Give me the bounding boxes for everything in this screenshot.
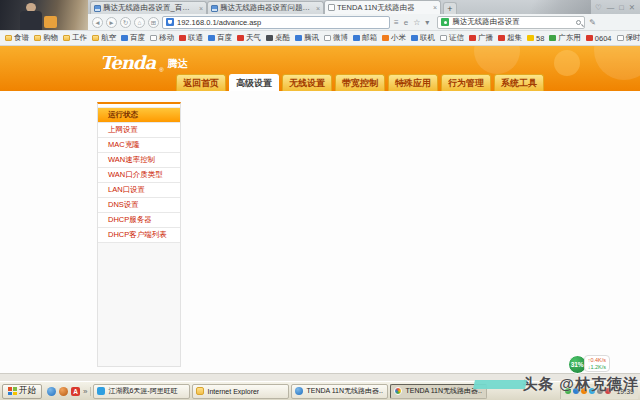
sidebar-item-wan-speed[interactable]: WAN速率控制 [98, 153, 180, 168]
bookmark-item[interactable]: 邮箱 [351, 33, 379, 43]
browser-tab-2[interactable]: 腾达无线路由器设置问题_百 × [207, 1, 324, 14]
letter-a-quicklaunch-icon[interactable]: A [71, 387, 80, 396]
bookmark-item[interactable]: 保时通 [615, 33, 640, 43]
favicon-icon [498, 35, 505, 41]
taskbar-window-title: Internet Explorer [207, 388, 259, 395]
tab-close-icon[interactable]: × [433, 4, 437, 11]
search-magnifier-icon[interactable] [576, 20, 581, 25]
refresh-icon[interactable]: ↻ [120, 17, 131, 28]
banner-bubble-decoration [594, 46, 640, 80]
bookmark-item[interactable]: 小米 [380, 33, 408, 43]
page-favicon-icon [211, 5, 218, 12]
tab-wireless-settings[interactable]: 无线设置 [282, 74, 332, 91]
taskbar-window-explorer[interactable]: Internet Explorer [192, 384, 289, 399]
bookmark-item[interactable]: 工作 [61, 33, 89, 43]
sidebar-item-dns-settings[interactable]: DNS设置 [98, 198, 180, 213]
screen: 腾达无线路由器设置_百度搜 × 腾达无线路由器设置问题_百 × TENDA 11… [0, 0, 640, 400]
bookmark-item[interactable]: 百度 [119, 33, 147, 43]
bookmark-item[interactable]: 百度 [206, 33, 234, 43]
bookmark-item[interactable]: 航空 [90, 33, 118, 43]
bookmark-item[interactable]: 食谱 [3, 33, 31, 43]
banner-bubble-decoration [474, 46, 520, 74]
tab-bandwidth-control[interactable]: 带宽控制 [335, 74, 385, 91]
edit-pen-icon[interactable]: ✎ [588, 18, 597, 27]
tab-close-icon[interactable]: × [199, 5, 203, 12]
net-speed-ball[interactable]: 31% ↑0.4K/s ↓1.2K/s [568, 355, 610, 374]
registered-mark: ® [159, 67, 163, 73]
search-query-text[interactable]: 腾达无线路由器设置 [452, 17, 573, 27]
minimize-icon[interactable]: — [607, 3, 615, 12]
sidebar-item-internet-settings[interactable]: 上网设置 [98, 123, 180, 138]
download-speed: ↓1.2K/s [588, 364, 606, 371]
bookmark-item[interactable]: 广东用 [547, 33, 583, 43]
net-speed-bubble: ↑0.4K/s ↓1.2K/s [584, 355, 610, 372]
folder-icon [5, 35, 12, 41]
tab-behavior-mgmt[interactable]: 行为管理 [441, 74, 491, 91]
ie-quicklaunch-icon[interactable] [47, 387, 56, 396]
sidebar-item-mac-clone[interactable]: MAC克隆 [98, 138, 180, 153]
bookmark-item[interactable]: 联机 [409, 33, 437, 43]
new-tab-button[interactable]: + [443, 2, 457, 14]
sidebar-item-wan-medium[interactable]: WAN口介质类型 [98, 168, 180, 183]
sidebar-item-running-status[interactable]: 运行状态 [98, 108, 180, 123]
forward-icon[interactable]: ► [106, 17, 117, 28]
bookmark-item[interactable]: 桌酷 [264, 33, 292, 43]
bookmark-item[interactable]: 广播 [467, 33, 495, 43]
tab-home[interactable]: 返回首页 [176, 74, 226, 91]
browser-quicklaunch-icon[interactable] [59, 387, 68, 396]
browser-tab-1[interactable]: 腾达无线路由器设置_百度搜 × [90, 1, 207, 14]
bookmark-item[interactable]: 0604 [584, 34, 614, 43]
bookmark-item[interactable]: 超集 [496, 33, 524, 43]
bookmark-item[interactable]: 58 [525, 34, 546, 43]
taskbar-window-wangwang[interactable]: 江湖戮6天涯-阿里旺旺 [93, 384, 190, 399]
favorite-star-icon[interactable]: ☆ [412, 18, 421, 27]
bookmark-item[interactable]: 微博 [322, 33, 350, 43]
start-label: 开始 [19, 385, 36, 397]
bookmark-item[interactable]: 天气 [235, 33, 263, 43]
skin-heart-icon[interactable]: ♡ [595, 3, 602, 12]
address-input[interactable]: 192.168.0.1/advance.asp [162, 16, 390, 29]
browser-skin-photo [0, 0, 88, 30]
tab-title: TENDA 11N无线路由器 [337, 3, 431, 13]
favicon-icon [179, 35, 186, 41]
favicon-icon [295, 35, 302, 41]
bookmark-label: 购物 [43, 33, 58, 43]
sidebar-item-dhcp-server[interactable]: DHCP服务器 [98, 213, 180, 228]
skin-wing-decoration [457, 0, 591, 14]
tenda-logo-text: Tenda [100, 52, 155, 73]
tab-system-tools[interactable]: 系统工具 [494, 74, 544, 91]
quicklaunch-overflow-icon[interactable]: » [83, 387, 87, 396]
bookmark-item[interactable]: 移动 [148, 33, 176, 43]
bookmark-item[interactable]: 联通 [177, 33, 205, 43]
browser-tab-3-active[interactable]: TENDA 11N无线路由器 × [324, 0, 441, 14]
quick-launch: A » [44, 387, 91, 396]
tenda-logo: Tenda ® 腾达 [100, 52, 188, 73]
sidebar-item-dhcp-clients[interactable]: DHCP客户端列表 [98, 228, 180, 243]
tab-special-apps[interactable]: 特殊应用 [388, 74, 438, 91]
tab-advanced-settings[interactable]: 高级设置 [229, 74, 279, 91]
bookmark-label: 移动 [159, 33, 174, 43]
home-icon[interactable]: ⌂ [134, 17, 145, 28]
bookmark-item[interactable]: 腾讯 [293, 33, 321, 43]
taskbar-window-tenda-ie[interactable]: TENDA 11N无线路由器.. [291, 384, 388, 399]
maximize-icon[interactable]: □ [619, 3, 624, 12]
search-input[interactable]: 腾达无线路由器设置 [437, 16, 585, 29]
snapshot-icon[interactable]: ⊞ [148, 17, 159, 28]
bookmark-item[interactable]: 购物 [32, 33, 60, 43]
favicon-icon [411, 35, 418, 41]
favicon-icon [527, 35, 534, 41]
bookmark-label: 联通 [188, 33, 203, 43]
url-text[interactable]: 192.168.0.1/advance.asp [177, 18, 261, 27]
bookmark-label: 百度 [217, 33, 232, 43]
bookmark-item[interactable]: 证信 [438, 33, 466, 43]
ie-compat-icon[interactable]: e [403, 18, 409, 27]
bookmark-label: 广播 [478, 33, 493, 43]
dropdown-chevron-icon[interactable]: ▾ [424, 18, 430, 27]
start-button[interactable]: 开始 [2, 384, 42, 399]
sidebar-item-lan-settings[interactable]: LAN口设置 [98, 183, 180, 198]
back-icon[interactable]: ◄ [92, 17, 103, 28]
tab-close-icon[interactable]: × [316, 5, 320, 12]
document-favicon-icon [328, 4, 335, 11]
reading-list-icon[interactable]: ≡ [393, 18, 400, 27]
close-icon[interactable]: ✕ [629, 3, 635, 12]
